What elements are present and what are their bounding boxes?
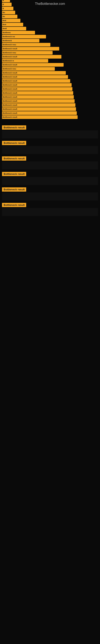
bar-label: Bottleneck result <box>2 48 17 50</box>
bar-label: B <box>2 0 4 2</box>
bar-row: Bottl <box>2 27 98 30</box>
bar-label: Bottl <box>2 28 7 30</box>
bar-label: Bottlenec <box>2 32 11 34</box>
result-label: Bottleneck result <box>2 141 26 145</box>
bar: Bottleneck result <box>2 75 68 79</box>
result-label: Bottleneck result <box>2 203 26 207</box>
bar: Bottleneck result <box>2 83 72 87</box>
bar-row: Bottlenec <box>2 31 98 34</box>
result-block: Bottleneck result <box>2 126 98 138</box>
result-label: Bottleneck result <box>2 126 26 130</box>
result-content <box>2 192 98 200</box>
bar: Bottleneck result <box>2 103 75 107</box>
bar-label: Bottleneck result <box>2 112 17 114</box>
bars-container: EEEBBBBBoBoBottBottBottlBottlenecBottlen… <box>2 0 98 119</box>
bar: Bo <box>2 15 17 18</box>
bar-row: Bottleneck result <box>2 79 98 83</box>
bar-row: Bott <box>2 23 98 26</box>
bar-row: Bottleneck result <box>2 103 98 107</box>
bar-row: Bottleneck result <box>2 107 98 111</box>
bar-label: Bottleneck result <box>2 104 17 106</box>
result-content <box>2 146 98 154</box>
bar: Bottleneck result <box>2 115 78 119</box>
bar: B <box>2 7 13 10</box>
bar: Bottleneck result <box>2 111 77 115</box>
bar-row: B <box>2 2 98 6</box>
result-content <box>2 177 98 185</box>
bar: Bottleneck resu <box>2 43 50 46</box>
bar: Bottleneck result <box>2 91 73 95</box>
bar-label: Bottleneck res <box>2 36 15 38</box>
bar: Bottleneck <box>2 39 39 42</box>
bar-row: Bottleneck result <box>2 63 98 66</box>
bar-label: Bottleneck result <box>2 96 17 98</box>
bar-label: Bottleneck result <box>2 56 17 58</box>
bar-label: Bottleneck resu <box>2 44 16 46</box>
bar: Bottleneck res <box>2 35 46 38</box>
bar-label: Bottleneck resu <box>2 68 16 70</box>
bar: Bo <box>2 11 15 14</box>
bar-row: Bottleneck result <box>2 99 98 103</box>
bar-row: Bottleneck resu <box>2 51 98 54</box>
bar-label: Bottleneck result <box>2 100 17 102</box>
bar-label: B <box>2 8 4 10</box>
bar-label: Bottleneck result <box>2 64 17 66</box>
bar-row: Bottleneck re <box>2 59 98 62</box>
bar: Bottleneck result <box>2 107 76 111</box>
bar: Bottleneck resu <box>2 67 55 71</box>
bar: Bottleneck result <box>2 79 70 83</box>
bar: Bottleneck result <box>2 71 66 75</box>
bar-label: Bott <box>2 24 6 26</box>
result-label: Bottleneck result <box>2 172 26 176</box>
bar-label: Bo <box>2 16 5 18</box>
bar-row: Bottleneck result <box>2 91 98 95</box>
bar: Bottleneck re <box>2 59 48 62</box>
bar-row: Bottleneck result <box>2 115 98 119</box>
bar-row: Bottleneck res <box>2 35 98 38</box>
result-block: Bottleneck result <box>2 141 98 154</box>
bar: Bottleneck resu <box>2 51 52 54</box>
bar: Bottleneck result <box>2 95 74 99</box>
bar: Bottleneck result <box>2 55 61 58</box>
result-label: Bottleneck result <box>2 187 26 192</box>
bar: Bott <box>2 23 23 26</box>
bar-row: Bottleneck resu <box>2 67 98 71</box>
bar-label: Bottleneck resu <box>2 52 16 54</box>
bar: Bottl <box>2 27 26 30</box>
bar-row: Bott <box>2 19 98 22</box>
bar-label: Bottleneck result <box>2 80 17 82</box>
bar-label: Bottleneck result <box>2 108 17 110</box>
bar: Bottlenec <box>2 31 35 34</box>
bar-label: Bottleneck <box>2 40 12 42</box>
bar: Bottleneck result <box>2 99 75 103</box>
bar-row: Bottleneck result <box>2 83 98 87</box>
bar-row: Bottleneck <box>2 39 98 42</box>
result-block: Bottleneck result <box>2 156 98 170</box>
result-block: Bottleneck result <box>2 187 98 200</box>
bar: Bottleneck result <box>2 87 72 91</box>
result-block: Bottleneck result <box>2 172 98 185</box>
chart-area: EEEBBBBBoBoBottBottBottlBottlenecBottlen… <box>0 7 100 123</box>
bar-row: Bottleneck result <box>2 111 98 115</box>
bar-row: B <box>2 0 98 2</box>
bar-row: Bo <box>2 11 98 14</box>
bar-label: Bottleneck result <box>2 84 17 86</box>
bar-label: Bottleneck result <box>2 72 17 74</box>
bar-label: Bottleneck result <box>2 88 17 90</box>
bar-row: Bottleneck result <box>2 75 98 79</box>
bar: Bottleneck result <box>2 63 64 66</box>
bar: B <box>2 2 12 6</box>
bar: B <box>2 0 10 2</box>
bar-label: Bo <box>2 12 5 14</box>
bar-label: Bottleneck re <box>2 60 14 62</box>
bar-row: Bo <box>2 15 98 18</box>
result-content <box>2 208 98 216</box>
bar-row: B <box>2 7 98 10</box>
bar-row: Bottleneck result <box>2 95 98 99</box>
bar-label: Bottleneck result <box>2 76 17 78</box>
bar-row: Bottleneck result <box>2 71 98 75</box>
bar-row: Bottleneck result <box>2 47 98 50</box>
bar-row: Bottleneck resu <box>2 43 98 46</box>
results-section: Bottleneck resultBottleneck resultBottle… <box>0 123 100 220</box>
result-block: Bottleneck result <box>2 203 98 216</box>
